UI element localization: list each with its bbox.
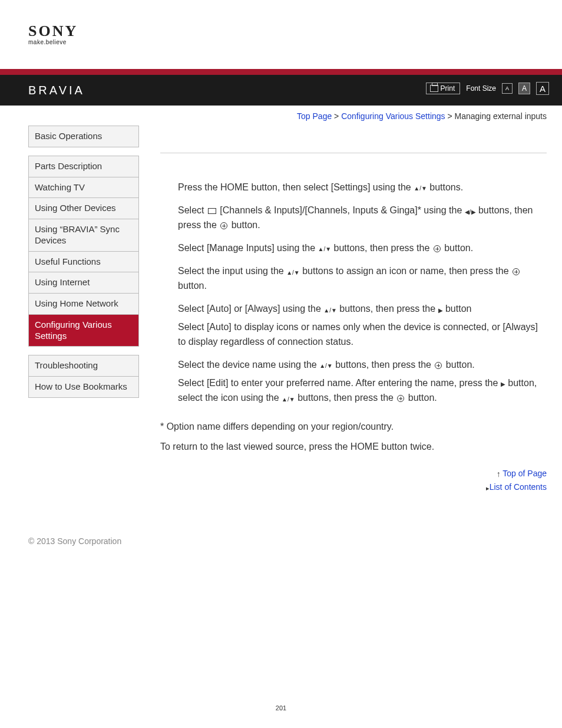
up-down-icon <box>319 358 333 373</box>
bottom-links: Top of Page List of Contents <box>160 469 547 493</box>
left-right-icon <box>465 204 476 219</box>
plus-icon <box>397 395 404 402</box>
content-divider <box>160 153 547 153</box>
product-name: BRAVIA <box>28 84 85 97</box>
rect-icon <box>208 208 216 214</box>
print-button[interactable]: Print <box>426 83 461 94</box>
step-5-text-b: buttons, then press the <box>337 304 438 314</box>
step-3: Select [Manage Inputs] using the buttons… <box>178 241 547 256</box>
step-4-text-a: Select the input using the <box>178 266 286 276</box>
copyright: © 2013 Sony Corporation <box>28 536 121 546</box>
up-down-icon <box>318 241 331 256</box>
plus-icon <box>434 245 441 252</box>
main-content: Press the HOME button, then select [Sett… <box>160 126 547 496</box>
step-1: Press the HOME button, then select [Sett… <box>178 180 547 195</box>
list-of-contents-link[interactable]: List of Contents <box>490 482 547 492</box>
step-5-text-a: Select [Auto] or [Always] using the <box>178 304 323 314</box>
nav-using-other-devices[interactable]: Using Other Devices <box>29 198 138 219</box>
step-2-text-a: Select <box>178 205 207 215</box>
step-1-text-a: Press the HOME button, then select [Sett… <box>178 182 414 192</box>
font-size-medium-button[interactable]: A <box>518 83 530 94</box>
step-6-sub: Select [Edit] to enter your preferred na… <box>178 376 547 406</box>
print-label: Print <box>441 84 455 93</box>
sony-tagline: make.believe <box>28 39 562 45</box>
breadcrumb-top[interactable]: Top Page <box>297 111 332 121</box>
plus-icon <box>435 362 442 369</box>
step-5: Select [Auto] or [Always] using the butt… <box>178 302 547 317</box>
step-3-text-c: button. <box>442 243 473 253</box>
sony-logo: SONY <box>28 22 562 40</box>
nav-using-internet[interactable]: Using Internet <box>29 272 138 294</box>
breadcrumb: Top Page > Configuring Various Settings … <box>0 106 562 121</box>
steps: Press the HOME button, then select [Sett… <box>160 180 547 406</box>
right-icon <box>501 376 505 391</box>
step-2-text-d: button. <box>229 220 260 230</box>
step-1-text-b: buttons. <box>427 182 463 192</box>
step-4-text-c: button. <box>178 281 207 291</box>
step-6-sub-a: Select [Edit] to enter your preferred na… <box>178 378 501 388</box>
step-5-sub: Select [Auto] to display icons or names … <box>178 320 547 350</box>
nav-using-home-network[interactable]: Using Home Network <box>29 294 138 315</box>
step-2-text-b: [Channels & Inputs]/[Channels, Inputs & … <box>217 205 465 215</box>
step-6-text-a: Select the device name using the <box>178 360 319 370</box>
note-return: To return to the last viewed source, pre… <box>160 439 547 454</box>
page-number: 201 <box>0 704 562 711</box>
nav-group-1: Basic Operations <box>28 126 139 147</box>
toolbar: Print Font Size A A A <box>426 82 549 95</box>
top-of-page-link[interactable]: Top of Page <box>503 469 547 478</box>
step-2: Select [Channels & Inputs]/[Channels, In… <box>178 203 547 233</box>
nav-useful-functions[interactable]: Useful Functions <box>29 252 138 273</box>
up-down-icon <box>414 180 427 195</box>
nav-group-3: Troubleshooting How to Use Bookmarks <box>28 355 139 398</box>
step-5-text-c: button <box>443 304 472 314</box>
product-bar: BRAVIA Print Font Size A A A <box>0 75 562 106</box>
plus-icon <box>220 222 227 229</box>
nav-bravia-sync[interactable]: Using “BRAVIA” Sync Devices <box>29 219 138 252</box>
step-6-text-c: button. <box>443 360 474 370</box>
breadcrumb-section[interactable]: Configuring Various Settings <box>341 111 445 121</box>
sidebar: Basic Operations Parts Description Watch… <box>28 126 139 406</box>
step-3-text-a: Select [Manage Inputs] using the <box>178 243 318 253</box>
note-region: * Option name differs depending on your … <box>160 419 547 434</box>
step-4-text-b: buttons to assign an icon or name, then … <box>300 266 511 276</box>
print-icon <box>430 85 438 92</box>
nav-group-2: Parts Description Watching TV Using Othe… <box>28 156 139 347</box>
font-size-small-button[interactable]: A <box>502 83 513 94</box>
plus-icon <box>513 268 520 275</box>
nav-troubleshooting[interactable]: Troubleshooting <box>29 355 138 377</box>
breadcrumb-current: Managing external inputs <box>455 111 547 121</box>
step-6-sub-c: buttons, then press the <box>295 393 396 403</box>
step-6-sub-d: button. <box>405 393 437 403</box>
nav-watching-tv[interactable]: Watching TV <box>29 177 138 199</box>
breadcrumb-sep2: > <box>445 111 455 121</box>
font-size-large-button[interactable]: A <box>536 82 549 95</box>
breadcrumb-sep: > <box>332 111 341 121</box>
up-down-icon <box>282 391 295 406</box>
step-6: Select the device name using the buttons… <box>178 358 547 373</box>
accent-bar <box>0 69 562 75</box>
up-arrow-icon <box>497 469 501 479</box>
step-3-text-b: buttons, then press the <box>331 243 432 253</box>
step-6-text-b: buttons, then press the <box>333 360 434 370</box>
brand-header: SONY make.believe <box>0 0 562 51</box>
nav-basic-operations[interactable]: Basic Operations <box>29 126 138 147</box>
right-icon <box>438 302 443 317</box>
notes: * Option name differs depending on your … <box>160 419 547 454</box>
up-down-icon <box>286 265 300 279</box>
font-size-label: Font Size <box>466 84 496 93</box>
step-4: Select the input using the buttons to as… <box>178 264 547 294</box>
nav-parts-description[interactable]: Parts Description <box>29 156 138 177</box>
up-down-icon <box>323 302 337 317</box>
nav-how-to-use-bookmarks[interactable]: How to Use Bookmarks <box>29 377 138 398</box>
nav-configuring-settings[interactable]: Configuring Various Settings <box>29 315 138 347</box>
